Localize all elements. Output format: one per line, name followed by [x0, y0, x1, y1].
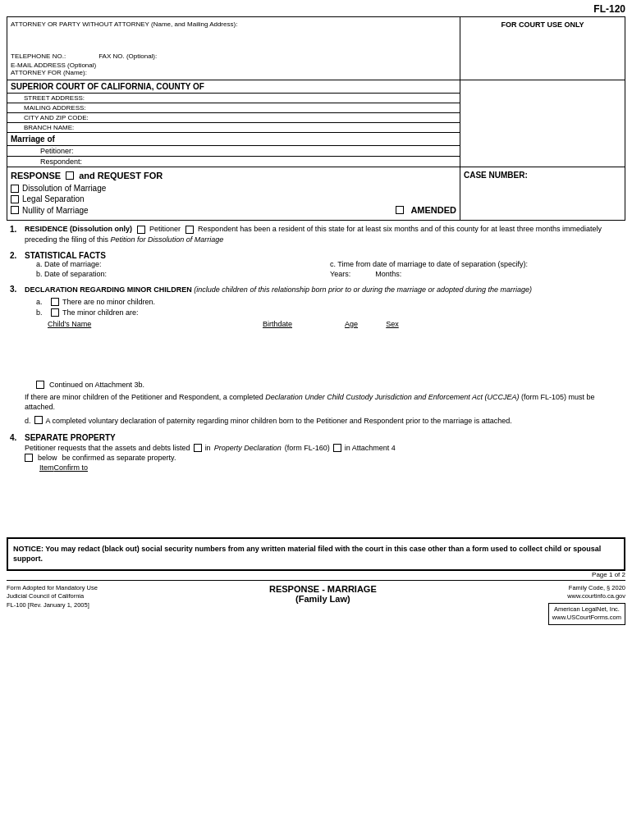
sp-cb1[interactable]	[194, 444, 202, 452]
months-label: Months:	[375, 270, 401, 278]
court-right-spacer	[460, 80, 625, 167]
footer-right: Family Code, § 2020 www.courtinfo.ca.gov…	[548, 584, 625, 625]
item-rows	[25, 472, 622, 521]
continued-row: Continued on Attachment 3b.	[36, 381, 622, 389]
court-info-wrapper: SUPERIOR COURT OF CALIFORNIA, COUNTY OF …	[7, 80, 625, 167]
sp-body1: Petitioner requests that the assets and …	[25, 444, 190, 452]
petitioner-label: Petitioner:	[40, 147, 74, 155]
sp-cb3[interactable]	[25, 454, 33, 462]
legal-sep-checkbox[interactable]	[11, 195, 19, 203]
response-checkbox[interactable]	[66, 171, 74, 180]
section4-num: 4.	[10, 433, 25, 442]
form-page: FL-120 ATTORNEY OR PARTY WITHOUT ATTORNE…	[0, 0, 632, 840]
section3-b-label: b.	[36, 308, 48, 317]
footer-divider	[7, 580, 625, 581]
footer-center-2: (Family Law)	[269, 594, 377, 604]
email-label: E-MAIL ADDRESS (Optional)	[11, 62, 456, 69]
main-content: 1. RESIDENCE (Dissolution only) Petition…	[7, 221, 625, 531]
footer-right-1: Family Code, § 2020	[548, 584, 625, 593]
section3-d-cb[interactable]	[34, 416, 43, 424]
section4-title: SEPARATE PROPERTY	[25, 433, 622, 442]
attorney-label: ATTORNEY OR PARTY WITHOUT ATTORNEY (Name…	[11, 21, 456, 28]
dissolution-label: Dissolution of Marriage	[22, 184, 106, 193]
section1-cb1[interactable]	[137, 226, 145, 234]
date-sep-label: b. Date of separation:	[36, 270, 107, 278]
nullity-item: Nullity of Marriage AMENDED	[11, 205, 456, 215]
section3-b-cb[interactable]	[51, 308, 59, 317]
response-header: RESPONSE and REQUEST FOR Dissolution of …	[7, 167, 625, 220]
children-rows	[48, 328, 622, 377]
city-row: CITY AND ZIP CODE:	[7, 113, 460, 123]
section3-c: If there are minor children of the Petit…	[25, 392, 622, 413]
confirm-row: Item Confirm to	[39, 463, 622, 472]
statistical-grid: a. Date of marriage: c. Time from date o…	[36, 260, 622, 278]
page-num: Page 1 of 2	[0, 571, 625, 578]
telephone-label: TELEPHONE NO.:	[11, 52, 66, 60]
response-title: RESPONSE	[11, 171, 61, 180]
respondent-label: Respondent:	[40, 158, 82, 166]
col-birthdate: Birthdate	[228, 320, 327, 328]
time-from: c. Time from date of marriage to date of…	[330, 260, 622, 268]
item-label: Item	[39, 463, 54, 472]
footer-left-3: FL-100 [Rev. January 1, 2005]	[7, 601, 98, 610]
sp-cb2[interactable]	[333, 444, 341, 452]
section3-b: b. The minor children are:	[36, 308, 622, 317]
section3-b-text: The minor children are:	[62, 308, 139, 317]
legalnet-box: American LegalNet, Inc. www.USCourtForms…	[548, 603, 625, 625]
sp-below: below	[38, 454, 57, 462]
section2-content: STATISTICAL FACTS a. Date of marriage: c…	[25, 251, 622, 278]
section3-a-text: There are no minor children.	[62, 298, 155, 306]
nullity-checkbox[interactable]	[11, 206, 19, 214]
section4-row: 4. SEPARATE PROPERTY Petitioner requests…	[10, 433, 622, 521]
section4-content: SEPARATE PROPERTY Petitioner requests th…	[25, 433, 622, 521]
section-4: 4. SEPARATE PROPERTY Petitioner requests…	[10, 433, 622, 521]
col-name: Child's Name	[48, 320, 228, 328]
years-label: Years:	[330, 270, 350, 278]
col-sex: Sex	[376, 320, 409, 328]
street-row: STREET ADDRESS:	[7, 94, 460, 103]
section3-num: 3.	[10, 285, 25, 294]
legalnet-2: www.USCourtForms.com	[552, 614, 621, 623]
section-3: 3. DECLARATION REGARDING MINOR CHILDREN …	[10, 285, 622, 426]
sp-in-label: in	[205, 444, 211, 452]
date-marriage: a. Date of marriage:	[36, 260, 328, 268]
section3-c-italic: Declaration Under Child Custody Jurisdic…	[265, 393, 519, 401]
section1-row: 1. RESIDENCE (Dissolution only) Petition…	[10, 224, 622, 244]
court-info-section: SUPERIOR COURT OF CALIFORNIA, COUNTY OF …	[7, 80, 625, 167]
section1-italic: Petition for Dissolution of Marriage	[111, 235, 224, 244]
fax-label: FAX NO. (Optional):	[98, 52, 157, 60]
legal-sep-item: Legal Separation	[11, 194, 456, 203]
section1-title: RESIDENCE (Dissolution only)	[25, 225, 132, 233]
footer-left-2: Judicial Council of California	[7, 592, 98, 601]
sp-italic1: Property Declaration	[214, 444, 282, 452]
footer-left: Form Adopted for Mandatory Use Judicial …	[7, 584, 98, 610]
response-title-row: RESPONSE and REQUEST FOR	[11, 171, 456, 180]
footer-center: RESPONSE - MARRIAGE (Family Law)	[269, 584, 377, 604]
section3-row: 3. DECLARATION REGARDING MINOR CHILDREN …	[10, 285, 622, 426]
section3-c-text: If there are minor children of the Petit…	[25, 393, 263, 401]
section3-a: a. There are no minor children.	[36, 298, 622, 306]
years-months: Years: Months:	[330, 270, 622, 278]
amended-checkbox[interactable]	[396, 206, 404, 214]
section1-cb2[interactable]	[185, 226, 194, 234]
continued-cb[interactable]	[36, 381, 44, 389]
amended-label: AMENDED	[410, 205, 456, 215]
section3-title-row: DECLARATION REGARDING MINOR CHILDREN (in…	[25, 285, 622, 295]
section1-num: 1.	[10, 224, 25, 235]
dissolution-checkbox[interactable]	[11, 185, 19, 193]
section3-a-cb[interactable]	[51, 298, 59, 306]
footer-left-1: Form Adopted for Mandatory Use	[7, 584, 98, 593]
section3-d-text: A completed voluntary declaration of pat…	[46, 416, 512, 427]
section2-row: 2. STATISTICAL FACTS a. Date of marriage…	[10, 251, 622, 278]
phone-fax-row: TELEPHONE NO.: FAX NO. (Optional):	[11, 52, 456, 60]
date-separation: b. Date of separation:	[36, 270, 328, 278]
court-use-title: FOR COURT USE ONLY	[464, 21, 621, 29]
form-number: FL-120	[0, 0, 632, 16]
court-header: SUPERIOR COURT OF CALIFORNIA, COUNTY OF	[7, 80, 460, 94]
petitioner-row: Petitioner:	[7, 146, 460, 157]
response-right: CASE NUMBER:	[460, 167, 625, 220]
notice-block: NOTICE: You may redact (black out) socia…	[7, 537, 625, 571]
legalnet-1: American LegalNet, Inc.	[552, 605, 621, 614]
branch-row: BRANCH NAME:	[7, 123, 460, 132]
footer-center-1: RESPONSE - MARRIAGE	[269, 584, 377, 594]
